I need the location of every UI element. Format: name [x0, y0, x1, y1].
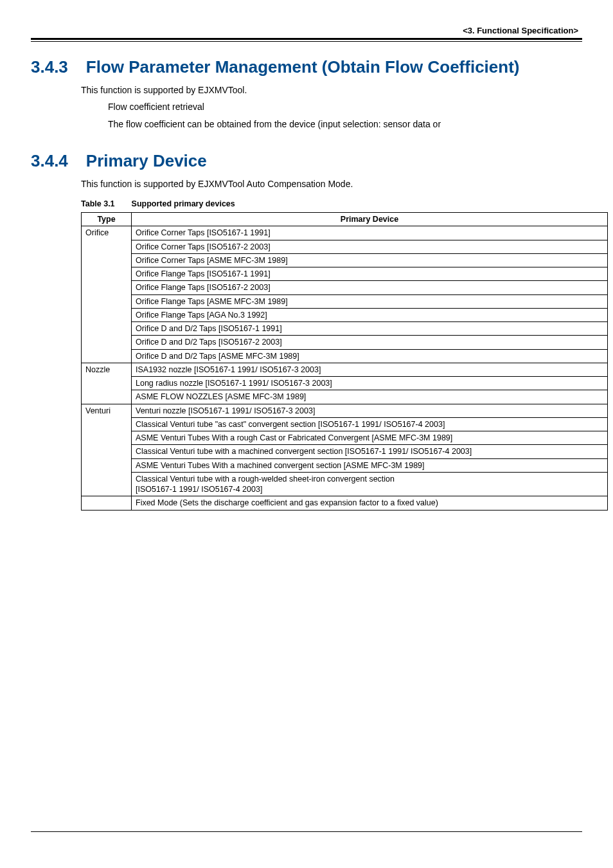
device-cell: Orifice Corner Taps [ISO5167-2 2003]: [132, 240, 608, 253]
table-row: OrificeOrifice Corner Taps [ISO5167-1 19…: [82, 226, 608, 240]
section2-line1: This function is supported by EJXMVTool …: [81, 177, 582, 190]
header-rule-thick: [31, 38, 582, 40]
table-row: ASME Venturi Tubes With a machined conve…: [82, 458, 608, 472]
device-cell: ISA1932 nozzle [ISO5167-1 1991/ ISO5167-…: [132, 363, 608, 376]
primary-device-table: Type Primary Device OrificeOrifice Corne…: [81, 212, 608, 511]
section-title: Flow Parameter Management (Obtain Flow C…: [86, 57, 520, 77]
device-cell: Orifice Flange Taps [ASME MFC-3M 1989]: [132, 294, 608, 308]
footer-rule: [31, 831, 582, 832]
device-cell: Fixed Mode (Sets the discharge coefficie…: [132, 496, 608, 510]
section1-line1: This function is supported by EJXMVTool.: [81, 84, 582, 96]
device-cell: Orifice Flange Taps [AGA No.3 1992]: [132, 308, 608, 321]
table-row: Orifice Corner Taps [ASME MFC-3M 1989]: [82, 253, 608, 267]
section1-line2: Flow coefficient retrieval: [108, 100, 582, 113]
device-cell: Orifice Flange Taps [ISO5167-2 2003]: [132, 281, 608, 294]
table-caption-number: Table 3.1: [81, 199, 115, 208]
table-row: ASME Venturi Tubes With a rough Cast or …: [82, 431, 608, 445]
table-row: Orifice D and D/2 Taps [ASME MFC-3M 1989…: [82, 349, 608, 363]
table-row: NozzleISA1932 nozzle [ISO5167-1 1991/ IS…: [82, 363, 608, 376]
device-cell: Orifice Corner Taps [ASME MFC-3M 1989]: [132, 253, 608, 267]
table-row: VenturiVenturi nozzle [ISO5167-1 1991/ I…: [82, 404, 608, 417]
table-row: Classical Venturi tube with a rough-weld…: [82, 472, 608, 496]
table-row: Fixed Mode (Sets the discharge coefficie…: [82, 496, 608, 510]
device-cell: ASME FLOW NOZZLES [ASME MFC-3M 1989]: [132, 390, 608, 404]
header-chapter: <3. Functional Specification>: [463, 26, 578, 35]
device-cell: Venturi nozzle [ISO5167-1 1991/ ISO5167-…: [132, 404, 608, 417]
device-cell: Orifice D and D/2 Taps [ISO5167-1 1991]: [132, 322, 608, 336]
header-rule-thin: [31, 41, 582, 42]
table-header-row: Type Primary Device: [82, 213, 608, 226]
table-row: ASME FLOW NOZZLES [ASME MFC-3M 1989]: [82, 390, 608, 404]
type-cell: Nozzle: [82, 363, 132, 404]
type-cell: Orifice: [82, 226, 132, 363]
section1-line3: The flow coefficient can be obtained fro…: [108, 118, 582, 131]
table-row: Orifice D and D/2 Taps [ISO5167-1 1991]: [82, 322, 608, 336]
col-header-type: Type: [82, 213, 132, 226]
table-caption: Table 3.1Supported primary devices: [81, 199, 582, 208]
table-row: Orifice Flange Taps [ISO5167-2 2003]: [82, 281, 608, 294]
device-cell: Classical Venturi tube with a rough-weld…: [132, 472, 608, 496]
table-caption-text: Supported primary devices: [132, 199, 235, 208]
type-cell: Venturi: [82, 404, 132, 496]
table-row: Orifice Flange Taps [ASME MFC-3M 1989]: [82, 294, 608, 308]
section-title: Primary Device: [86, 151, 207, 170]
device-cell: Classical Venturi tube "as cast" converg…: [132, 417, 608, 431]
section-number: 3.4.4: [31, 151, 68, 171]
device-cell: Orifice D and D/2 Taps [ISO5167-2 2003]: [132, 336, 608, 349]
device-cell: Classical Venturi tube with a machined c…: [132, 445, 608, 458]
device-cell: Orifice Corner Taps [ISO5167-1 1991]: [132, 226, 608, 240]
device-cell: Orifice D and D/2 Taps [ASME MFC-3M 1989…: [132, 349, 608, 363]
table-row: Orifice Corner Taps [ISO5167-2 2003]: [82, 240, 608, 253]
device-cell: ASME Venturi Tubes With a machined conve…: [132, 458, 608, 472]
table-row: Orifice Flange Taps [ISO5167-1 1991]: [82, 267, 608, 281]
section-number: 3.4.3: [31, 57, 68, 77]
table-row: Classical Venturi tube "as cast" converg…: [82, 417, 608, 431]
table-row: Classical Venturi tube with a machined c…: [82, 445, 608, 458]
table-row: Long radius nozzle [ISO5167-1 1991/ ISO5…: [82, 377, 608, 390]
device-cell: Long radius nozzle [ISO5167-1 1991/ ISO5…: [132, 377, 608, 390]
table-row: Orifice D and D/2 Taps [ISO5167-2 2003]: [82, 336, 608, 349]
section-heading-343: 3.4.3Flow Parameter Management (Obtain F…: [31, 57, 582, 77]
section-heading-344: 3.4.4Primary Device: [31, 151, 582, 171]
device-cell: Orifice Flange Taps [ISO5167-1 1991]: [132, 267, 608, 281]
col-header-device: Primary Device: [132, 213, 608, 226]
table-row: Orifice Flange Taps [AGA No.3 1992]: [82, 308, 608, 321]
device-cell: ASME Venturi Tubes With a rough Cast or …: [132, 431, 608, 445]
type-cell: [82, 496, 132, 510]
